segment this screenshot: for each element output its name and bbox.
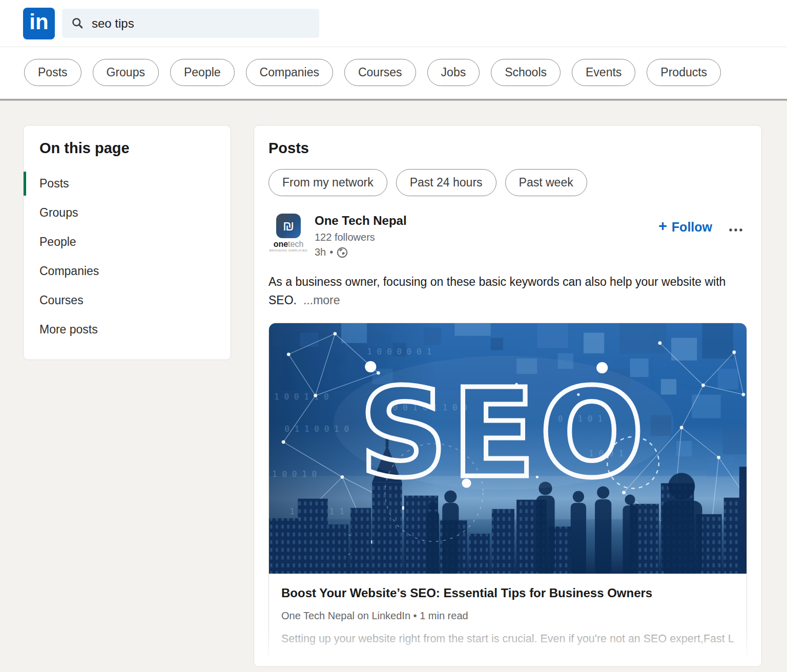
onetech-tagline: BRANDING SIMPLIFIED xyxy=(270,249,307,252)
filter-from-my-network[interactable]: From my network xyxy=(268,169,387,196)
filter-tab-courses[interactable]: Courses xyxy=(344,59,416,86)
post-body-text: As a business owner, focusing on these b… xyxy=(268,272,740,309)
onetech-logo-icon: ₪ xyxy=(276,214,301,238)
article-description: Setting up your website right from the s… xyxy=(281,633,734,645)
article-meta: One Tech Nepal on LinkedIn • 1 min read xyxy=(281,610,734,622)
article-text-block: Boost Your Website’s SEO: Essential Tips… xyxy=(269,574,747,663)
svg-text:1 0 0 0 0 0 1: 1 0 0 0 0 0 1 xyxy=(367,347,431,356)
post-image-seo: 1 0 0 1 1 0 0 1 1 0 0 1 0 1 0 0 1 0 1 0 … xyxy=(269,323,747,574)
post-author-block: One Tech Nepal 122 followers 3h • xyxy=(315,214,658,258)
post-time-separator: • xyxy=(329,246,333,258)
on-this-page-card: On this page Posts Groups People Compani… xyxy=(23,125,231,360)
ellipsis-icon xyxy=(728,224,745,236)
follow-label: Follow xyxy=(672,220,712,235)
filter-past-week[interactable]: Past week xyxy=(505,169,587,196)
search-filter-tabs: Posts Groups People Companies Courses Jo… xyxy=(0,47,787,99)
filter-tab-groups[interactable]: Groups xyxy=(93,59,159,86)
see-more-link[interactable]: ...more xyxy=(303,293,340,307)
on-this-page-list: Posts Groups People Companies Courses Mo… xyxy=(24,169,231,344)
sidebar-item-companies[interactable]: Companies xyxy=(24,257,231,286)
filter-tab-companies[interactable]: Companies xyxy=(246,59,333,86)
search-input[interactable] xyxy=(92,16,310,31)
post-time: 3h xyxy=(315,246,326,258)
post-author-followers: 122 followers xyxy=(315,232,658,243)
seo-word: SEO xyxy=(359,362,648,505)
top-navigation-bar: in xyxy=(0,0,787,47)
sidebar-item-courses[interactable]: Courses xyxy=(24,286,231,315)
filter-tab-products[interactable]: Products xyxy=(647,59,721,86)
avatar[interactable]: ₪ onetech BRANDING SIMPLIFIED xyxy=(268,214,308,252)
filter-past-24-hours[interactable]: Past 24 hours xyxy=(396,169,496,196)
filter-tab-schools[interactable]: Schools xyxy=(491,59,561,86)
posts-section-title: Posts xyxy=(268,140,747,157)
search-icon xyxy=(71,17,85,30)
sidebar-item-more-posts[interactable]: More posts xyxy=(24,315,231,344)
follow-button[interactable]: + Follow xyxy=(658,219,712,236)
filter-tab-people[interactable]: People xyxy=(170,59,235,86)
shared-article-card[interactable]: 1 0 0 1 1 0 0 1 1 0 0 1 0 1 0 0 1 0 1 0 … xyxy=(268,323,747,663)
on-this-page-title: On this page xyxy=(39,140,231,157)
post-author-name[interactable]: One Tech Nepal xyxy=(315,214,658,228)
sidebar-item-posts[interactable]: Posts xyxy=(24,169,231,198)
search-bar[interactable] xyxy=(62,9,319,38)
onetech-brand-text: onetech xyxy=(274,240,304,249)
posts-results-card: Posts From my network Past 24 hours Past… xyxy=(254,125,762,667)
sidebar-item-groups[interactable]: Groups xyxy=(24,198,231,227)
post-header: ₪ onetech BRANDING SIMPLIFIED One Tech N… xyxy=(268,214,747,258)
svg-text:1 0 0 1 0: 1 0 0 1 0 xyxy=(272,469,317,479)
posts-filter-row: From my network Past 24 hours Past week xyxy=(268,169,747,196)
linkedin-logo[interactable]: in xyxy=(23,8,55,39)
plus-icon: + xyxy=(658,219,667,236)
article-title[interactable]: Boost Your Website’s SEO: Essential Tips… xyxy=(281,586,734,600)
filter-tab-posts[interactable]: Posts xyxy=(24,59,81,86)
search-results-page: On this page Posts Groups People Compani… xyxy=(0,101,787,667)
post-time-row: 3h • xyxy=(315,246,658,258)
post: ₪ onetech BRANDING SIMPLIFIED One Tech N… xyxy=(268,214,747,663)
globe-icon xyxy=(337,247,348,258)
filter-tab-jobs[interactable]: Jobs xyxy=(427,59,480,86)
sidebar-item-people[interactable]: People xyxy=(24,227,231,257)
post-overflow-menu-button[interactable] xyxy=(726,222,747,240)
filter-tab-events[interactable]: Events xyxy=(572,59,635,86)
